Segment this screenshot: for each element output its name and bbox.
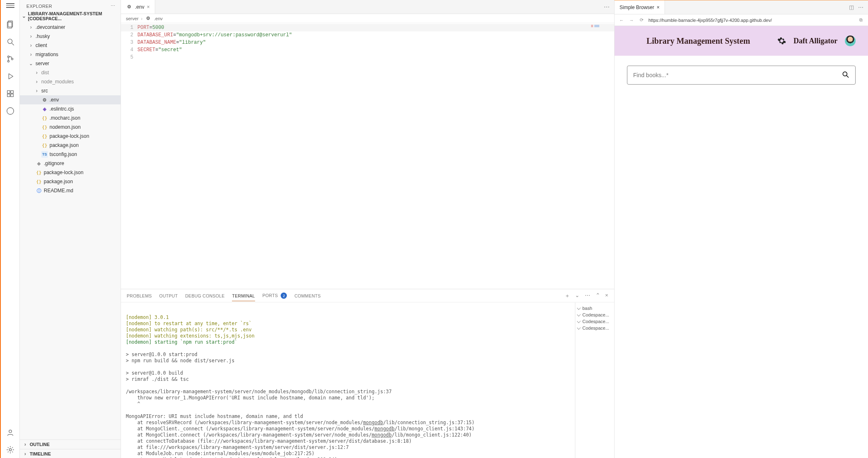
folder-server[interactable]: ⌄server <box>20 59 121 68</box>
browser-forward-icon[interactable]: → <box>629 18 634 23</box>
folder-src[interactable]: ›src <box>20 86 121 95</box>
svg-marker-7 <box>9 73 13 79</box>
editor-tab-label: .env <box>135 4 144 10</box>
panel-tab-ports[interactable]: PORTS 2 <box>263 293 287 299</box>
browser-url[interactable]: https://humble-barnacle-4jxp955r7gfjj7v-… <box>648 18 854 23</box>
file-root-package[interactable]: {}package.json <box>20 177 121 186</box>
svg-point-14 <box>9 449 12 451</box>
editor-more-icon[interactable]: ⋯ <box>604 4 610 10</box>
svg-rect-9 <box>10 90 13 93</box>
file-package[interactable]: {}package.json <box>20 141 121 150</box>
run-debug-icon[interactable] <box>5 71 15 81</box>
bottom-panel: PROBLEMS OUTPUT DEBUG CONSOLE TERMINAL P… <box>121 289 614 458</box>
bash-icon <box>578 306 581 311</box>
settings-gear-icon[interactable] <box>777 36 786 45</box>
gear-icon: ⚙ <box>126 4 132 10</box>
explorer-more-icon[interactable]: ⋯ <box>111 3 116 9</box>
browser-tab-label: Simple Browser <box>620 5 654 10</box>
panel-close-icon[interactable]: × <box>605 292 608 300</box>
accounts-icon[interactable] <box>5 427 15 437</box>
editor-tab-env[interactable]: ⚙ .env × <box>121 0 155 14</box>
simple-browser-pane: Simple Browser × ◫ ⋯ ← → ⟳ https://humbl… <box>614 0 868 458</box>
breadcrumb-server[interactable]: server <box>126 16 139 21</box>
browser-more-icon[interactable]: ⋯ <box>858 4 864 10</box>
file-tsconfig[interactable]: TStsconfig.json <box>20 150 121 159</box>
terminal-output[interactable]: [nodemon] 3.0.1 [nodemon] to restart at … <box>121 302 575 458</box>
browser-toolbar: ← → ⟳ https://humble-barnacle-4jxp955r7g… <box>615 14 868 26</box>
panel-tab-comments[interactable]: COMMENTS <box>294 293 321 298</box>
file-eslintrc[interactable]: ◈.eslintrc.cjs <box>20 104 121 113</box>
svg-point-2 <box>7 39 12 43</box>
extensions-icon[interactable] <box>5 89 15 99</box>
project-root-label: LIBRARY-MANAGEMENT-SYSTEM [CODESPACE... <box>28 11 119 21</box>
folder-dist[interactable]: ›dist <box>20 68 121 77</box>
browser-page: Library Management System Daft Alligator… <box>615 26 868 458</box>
breadcrumb-file[interactable]: .env <box>154 16 163 21</box>
username[interactable]: Daft Alligator <box>794 37 837 45</box>
folder-migrations[interactable]: ›migrations <box>20 50 121 59</box>
minimap[interactable] <box>591 25 612 27</box>
file-readme[interactable]: ⓘREADME.md <box>20 186 121 195</box>
terminal-item-codespace-1[interactable]: Codespace... <box>577 312 613 318</box>
breadcrumbs[interactable]: server › ⚙ .env <box>121 14 614 23</box>
activity-bar <box>1 0 20 458</box>
panel-tabs: PROBLEMS OUTPUT DEBUG CONSOLE TERMINAL P… <box>121 289 614 302</box>
terminal-list: bash Codespace... Codespace... Codespace… <box>575 302 614 458</box>
panel-maximize-icon[interactable]: ⌃ <box>596 292 600 300</box>
editor-body[interactable]: 1 2 3 4 5 PORT=5000 DATABASE_URI="mongod… <box>121 23 614 289</box>
file-root-packagelock[interactable]: {}package-lock.json <box>20 168 121 177</box>
search-books-input[interactable]: Find books...* <box>627 66 856 85</box>
github-icon[interactable] <box>5 106 15 116</box>
close-icon[interactable]: × <box>147 4 150 10</box>
source-control-icon[interactable] <box>5 54 15 64</box>
terminal-item-bash[interactable]: bash <box>577 305 613 312</box>
svg-rect-10 <box>7 94 9 96</box>
avatar[interactable] <box>845 35 856 46</box>
panel-tab-output[interactable]: OUTPUT <box>159 293 178 298</box>
settings-gear-icon[interactable] <box>5 445 15 455</box>
browser-back-icon[interactable]: ← <box>619 18 624 23</box>
file-gitignore[interactable]: ◆.gitignore <box>20 159 121 168</box>
panel-tab-terminal[interactable]: TERMINAL <box>232 293 255 301</box>
file-env[interactable]: ⚙.env <box>20 95 121 104</box>
split-editor-icon[interactable]: ◫ <box>849 4 854 10</box>
file-nodemon[interactable]: {}nodemon.json <box>20 123 121 132</box>
explorer-icon[interactable] <box>5 19 15 29</box>
folder-husky[interactable]: ›.husky <box>20 32 121 41</box>
file-packagelock[interactable]: {}package-lock.json <box>20 132 121 141</box>
new-terminal-icon[interactable]: ＋ <box>565 292 570 300</box>
browser-tab-bar: Simple Browser × ◫ ⋯ <box>615 0 868 14</box>
outline-section[interactable]: ›OUTLINE <box>20 440 121 449</box>
close-icon[interactable]: × <box>657 5 660 10</box>
folder-node-modules[interactable]: ›node_modules <box>20 77 121 86</box>
svg-line-3 <box>12 43 14 45</box>
project-root[interactable]: ⌄ LIBRARY-MANAGEMENT-SYSTEM [CODESPACE..… <box>20 10 121 22</box>
browser-reload-icon[interactable]: ⟳ <box>639 17 644 23</box>
svg-line-16 <box>847 76 848 77</box>
search-icon[interactable] <box>841 70 849 80</box>
editor-tab-bar: ⚙ .env × ⋯ <box>121 0 614 14</box>
hamburger-menu-icon[interactable] <box>6 3 14 8</box>
open-external-icon[interactable]: ⧉ <box>858 17 864 23</box>
panel-tab-debug-console[interactable]: DEBUG CONSOLE <box>185 293 225 298</box>
folder-client[interactable]: ›client <box>20 41 121 50</box>
page-header: Library Management System Daft Alligator <box>615 26 868 56</box>
bash-icon <box>578 312 581 317</box>
split-terminal-icon[interactable]: ⌄ <box>575 292 579 300</box>
search-icon[interactable] <box>5 37 15 47</box>
editor-group: ⚙ .env × ⋯ server › ⚙ .env 1 2 3 4 5 POR… <box>121 0 614 458</box>
folder-devcontainer[interactable]: ›.devcontainer <box>20 23 121 32</box>
timeline-section[interactable]: ›TIMELINE <box>20 449 121 458</box>
terminal-item-codespace-3[interactable]: Codespace... <box>577 325 613 331</box>
terminal-item-codespace-2[interactable]: Codespace... <box>577 318 613 325</box>
explorer-label: EXPLORER <box>26 4 52 9</box>
panel-tab-problems[interactable]: PROBLEMS <box>127 293 152 298</box>
gear-icon: ⚙ <box>145 15 151 22</box>
svg-point-13 <box>9 430 11 432</box>
svg-rect-8 <box>7 90 9 93</box>
panel-more-icon[interactable]: ⋯ <box>585 292 591 300</box>
file-mocharc[interactable]: {}.mocharc.json <box>20 113 121 123</box>
svg-rect-11 <box>10 94 13 96</box>
file-tree: ›.devcontainer ›.husky ›client ›migratio… <box>20 22 121 439</box>
browser-tab[interactable]: Simple Browser × <box>615 0 665 14</box>
